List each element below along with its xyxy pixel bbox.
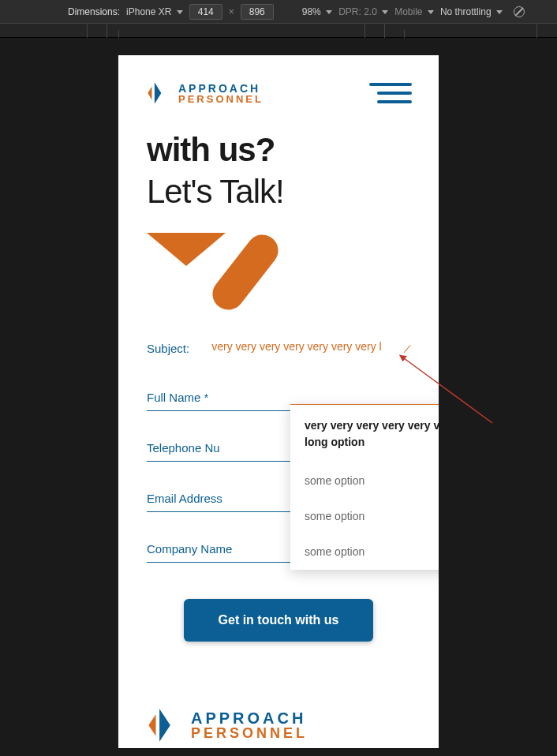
accent-shapes [147, 233, 410, 312]
svg-marker-0 [155, 82, 162, 103]
hero-line-1: with us? [147, 131, 410, 169]
devtools-toolbar: Dimensions: iPhone XR × 98% DPR: 2.0 Mob… [0, 0, 557, 24]
chevron-down-icon [177, 10, 183, 14]
hamburger-line-icon [377, 100, 412, 103]
submit-button[interactable]: Get in touch with us [184, 599, 374, 642]
zoom-select[interactable]: 98% [302, 6, 332, 17]
logo-mark-icon [145, 80, 172, 107]
chevron-down-icon [382, 10, 388, 14]
svg-rect-3 [206, 233, 284, 312]
dimensions-label: Dimensions: [68, 6, 120, 17]
brand-logo[interactable]: APPROACH PERSONNEL [145, 80, 264, 107]
width-input[interactable] [189, 4, 222, 20]
site-header: APPROACH PERSONNEL [118, 55, 439, 131]
dimension-separator: × [229, 6, 234, 17]
dropdown-option[interactable]: some option [290, 499, 439, 534]
logo-text: APPROACH PERSONNEL [178, 83, 264, 104]
ruler [0, 24, 557, 38]
footer-logo-text: APPROACH PERSONNEL [191, 710, 308, 740]
subject-select[interactable]: very very very very very very very long … [211, 340, 382, 357]
svg-marker-4 [159, 709, 170, 741]
footer-logo[interactable]: APPROACH PERSONNEL [147, 707, 308, 743]
logo-mark-icon [147, 707, 183, 743]
dropdown-option[interactable]: very very very very very very very long … [290, 405, 439, 463]
subject-label: Subject: [147, 342, 189, 355]
device-type-select[interactable]: Mobile [394, 6, 434, 17]
chevron-up-icon: ╱ [404, 345, 410, 353]
height-input[interactable] [241, 4, 274, 20]
svg-marker-2 [147, 233, 226, 266]
hamburger-line-icon [369, 83, 412, 86]
hero-line-2: Let's Talk! [147, 170, 410, 214]
menu-button[interactable] [369, 83, 412, 103]
subject-dropdown-panel: very very very very very very very long … [290, 404, 439, 570]
dpr-select[interactable]: DPR: 2.0 [338, 6, 388, 17]
chevron-down-icon [428, 10, 434, 14]
rotate-icon[interactable] [514, 6, 525, 17]
dropdown-option[interactable]: some option [290, 534, 439, 570]
device-viewport: APPROACH PERSONNEL with us? Let's Talk! [0, 38, 557, 756]
throttling-select[interactable]: No throttling [440, 6, 503, 17]
device-preset-select[interactable]: iPhone XR [126, 6, 183, 17]
submit-row: Get in touch with us [147, 599, 410, 642]
chevron-down-icon [326, 10, 332, 14]
chevron-down-icon [496, 10, 503, 14]
svg-marker-1 [148, 87, 151, 100]
dropdown-option[interactable]: some option [290, 463, 439, 499]
svg-marker-5 [148, 714, 155, 736]
hamburger-line-icon [377, 92, 412, 95]
mobile-frame: APPROACH PERSONNEL with us? Let's Talk! [118, 55, 439, 748]
subject-row: Subject: very very very very very very v… [147, 340, 410, 357]
